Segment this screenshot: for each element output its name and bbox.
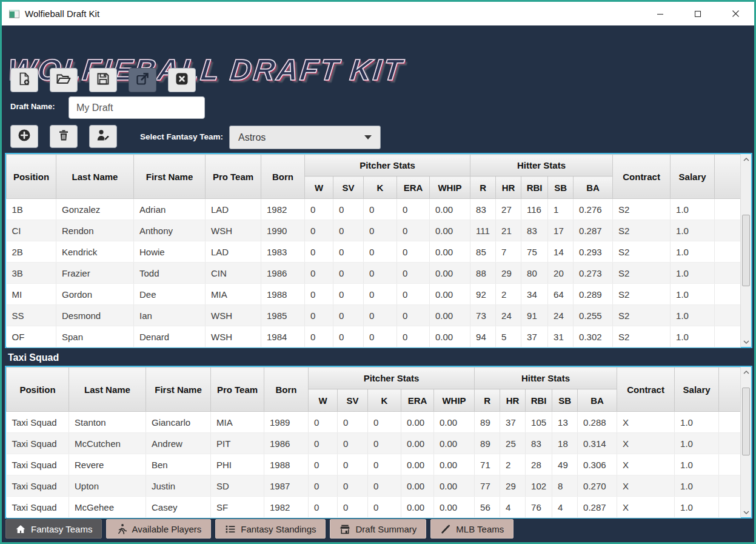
tab-available-players[interactable]: Available Players — [106, 519, 211, 539]
group-header-hitter-stats[interactable]: Hitter Stats — [475, 368, 617, 389]
table-row[interactable]: Taxi SquadRevereBenPHI19880000.000.00712… — [7, 454, 741, 475]
group-header-hitter-stats[interactable]: Hitter Stats — [470, 155, 613, 176]
table-row[interactable]: MIGordonDeeMIA198800000.0092234640.289S2… — [7, 284, 741, 305]
table-row[interactable]: Taxi SquadMcGeheeCaseySF19820000.000.005… — [7, 497, 741, 518]
table-cell: Upton — [69, 475, 146, 497]
table-row[interactable]: Taxi SquadStantonGiancarloMIA19890000.00… — [7, 412, 741, 433]
group-header-pitcher-stats[interactable]: Pitcher Stats — [305, 155, 470, 176]
roster-scrollbar[interactable] — [740, 154, 751, 347]
scroll-down-icon[interactable] — [741, 337, 752, 347]
column-header-whip[interactable]: WHIP — [434, 389, 475, 412]
column-header-rbi[interactable]: RBI — [521, 176, 548, 199]
table-cell: 2B — [7, 241, 56, 263]
table-cell: 0 — [305, 241, 333, 263]
column-header-contract[interactable]: Contract — [613, 155, 671, 199]
column-header-pro-team[interactable]: Pro Team — [211, 368, 264, 412]
column-header-pro-team[interactable]: Pro Team — [206, 155, 261, 199]
taxi-scrollbar[interactable] — [740, 367, 751, 517]
scroll-up-icon[interactable] — [741, 367, 752, 377]
table-cell: 24 — [548, 305, 574, 326]
column-header-era[interactable]: ERA — [401, 389, 434, 412]
column-header-r[interactable]: R — [475, 389, 500, 412]
column-header-born[interactable]: Born — [264, 368, 309, 412]
table-cell: Denard — [134, 326, 206, 348]
table-row[interactable]: CIRendonAnthonyWSH199000000.001112183170… — [7, 220, 741, 241]
tab-fantasy-teams[interactable]: Fantasy Teams — [5, 519, 102, 539]
tab-mlb-teams[interactable]: MLB Teams — [430, 519, 513, 539]
table-cell: 0 — [368, 454, 401, 475]
close-button[interactable] — [717, 2, 754, 25]
table-cell: 0.00 — [430, 241, 470, 263]
table-cell: 91 — [521, 305, 548, 326]
column-header-salary[interactable]: Salary — [675, 368, 719, 412]
column-header-last-name[interactable]: Last Name — [56, 155, 134, 199]
column-header-contract[interactable]: Contract — [617, 368, 675, 412]
column-header-hr[interactable]: HR — [496, 176, 521, 199]
column-header-rbi[interactable]: RBI — [526, 389, 552, 412]
group-header-pitcher-stats[interactable]: Pitcher Stats — [309, 368, 475, 389]
table-row[interactable]: Taxi SquadMcCutchenAndrewPIT19860000.000… — [7, 433, 741, 454]
table-cell: Span — [56, 326, 134, 348]
maximize-button[interactable] — [679, 2, 717, 25]
table-cell: 111 — [470, 220, 496, 241]
column-header-sv[interactable]: SV — [338, 389, 368, 412]
scrollbar-thumb[interactable] — [742, 388, 750, 455]
tab-label: Fantasy Standings — [241, 524, 316, 534]
table-row[interactable]: Taxi SquadUptonJustinSD19870000.000.0077… — [7, 475, 741, 497]
column-header-sb[interactable]: SB — [548, 176, 574, 199]
export-draft-button[interactable] — [129, 68, 156, 92]
minimize-button[interactable] — [641, 2, 679, 25]
table-cell: Gordon — [56, 284, 134, 305]
table-cell: 56 — [475, 497, 500, 518]
column-header-ba[interactable]: BA — [578, 389, 617, 412]
draft-name-input[interactable] — [69, 96, 205, 119]
open-draft-button[interactable] — [50, 68, 78, 92]
table-cell: Justin — [146, 475, 211, 497]
table-cell: 0 — [397, 220, 430, 241]
column-header-sb[interactable]: SB — [552, 389, 578, 412]
add-player-button[interactable] — [10, 125, 38, 148]
edit-player-button[interactable] — [89, 125, 117, 148]
column-header-first-name[interactable]: First Name — [146, 368, 211, 412]
column-header-born[interactable]: Born — [261, 155, 305, 199]
tab-fantasy-standings[interactable]: Fantasy Standings — [215, 519, 326, 539]
fantasy-team-select[interactable]: Astros — [229, 126, 381, 149]
table-row[interactable]: 2BKendrickHowieLAD198300000.0085775140.2… — [7, 241, 741, 263]
tab-label: Draft Summary — [355, 524, 416, 534]
column-header-salary[interactable]: Salary — [671, 155, 715, 199]
table-row[interactable]: 1BGonzalezAdrianLAD198200000.00832711610… — [7, 199, 741, 220]
save-draft-button[interactable] — [89, 68, 117, 92]
table-row[interactable]: OFSpanDenardWSH198400000.0094537310.302S… — [7, 326, 741, 348]
column-header-position[interactable]: Position — [7, 368, 69, 412]
column-header-hr[interactable]: HR — [500, 389, 526, 412]
scroll-down-icon[interactable] — [741, 507, 752, 517]
column-header-sv[interactable]: SV — [333, 176, 364, 199]
table-row[interactable]: 3BFrazierToddCIN198600000.00882980200.27… — [7, 263, 741, 284]
table-cell: Gonzalez — [56, 199, 134, 220]
column-header-k[interactable]: K — [364, 176, 397, 199]
column-header-era[interactable]: ERA — [397, 176, 430, 199]
table-cell: 0 — [368, 497, 401, 518]
table-cell: 0.306 — [578, 454, 617, 475]
table-cell-empty — [719, 454, 741, 475]
table-row[interactable]: SSDesmondIanWSH198500000.00732491240.255… — [7, 305, 741, 326]
close-draft-button[interactable] — [168, 68, 196, 92]
table-cell: 0 — [333, 263, 364, 284]
table-cell: 0 — [338, 433, 368, 454]
scroll-up-icon[interactable] — [741, 154, 752, 164]
column-header-first-name[interactable]: First Name — [134, 155, 206, 199]
tab-draft-summary[interactable]: Draft Summary — [330, 519, 426, 539]
column-header-whip[interactable]: WHIP — [430, 176, 470, 199]
new-draft-button[interactable] — [10, 68, 38, 92]
scrollbar-thumb[interactable] — [742, 215, 750, 286]
table-cell: Stanton — [69, 412, 146, 433]
column-header-w[interactable]: W — [309, 389, 338, 412]
table-cell: 20 — [548, 263, 574, 284]
delete-player-button[interactable] — [50, 125, 78, 148]
column-header-ba[interactable]: BA — [574, 176, 613, 199]
column-header-r[interactable]: R — [470, 176, 496, 199]
column-header-k[interactable]: K — [368, 389, 401, 412]
column-header-position[interactable]: Position — [7, 155, 56, 199]
column-header-last-name[interactable]: Last Name — [69, 368, 146, 412]
column-header-w[interactable]: W — [305, 176, 333, 199]
